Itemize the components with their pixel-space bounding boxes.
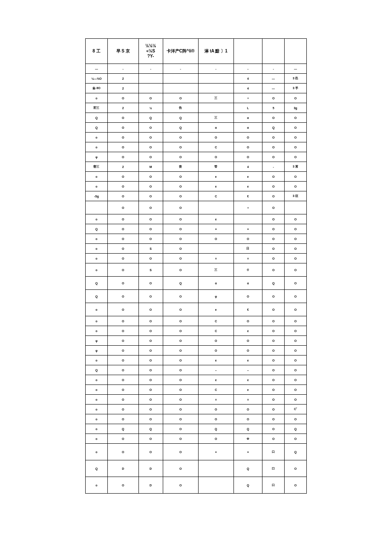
cell: Q bbox=[86, 224, 108, 234]
cell: o bbox=[86, 356, 108, 365]
table-row: oODOQ口O bbox=[86, 477, 307, 494]
cell: 告 bbox=[163, 103, 198, 113]
cell: O bbox=[262, 434, 285, 444]
cell: O bbox=[285, 142, 307, 152]
cell: O bbox=[163, 316, 198, 326]
cell: O bbox=[107, 277, 138, 290]
cell: 口 bbox=[262, 444, 285, 460]
cell bbox=[198, 74, 233, 84]
cell: = bbox=[198, 224, 233, 234]
cell bbox=[138, 74, 163, 84]
cell: e bbox=[198, 172, 233, 182]
cell: O bbox=[138, 214, 163, 224]
cell: O bbox=[285, 172, 307, 182]
cell: Q bbox=[86, 123, 108, 133]
cell: O bbox=[163, 460, 198, 477]
cell: α bbox=[233, 277, 262, 290]
cell: O bbox=[107, 346, 138, 356]
cell: O bbox=[285, 385, 307, 395]
cell: O bbox=[163, 303, 198, 316]
cell: O bbox=[163, 346, 198, 356]
cell: O bbox=[138, 142, 163, 152]
table-row: oQQOQQOQ bbox=[86, 424, 307, 434]
cell: o bbox=[86, 254, 108, 263]
cell: O bbox=[107, 113, 138, 123]
table-row: oOOO==OO bbox=[86, 254, 307, 263]
table-row: oOOOCOOO bbox=[86, 316, 307, 326]
cell: e bbox=[233, 326, 262, 336]
cell: 密三 bbox=[86, 162, 108, 172]
cell: O bbox=[138, 414, 163, 424]
cell: α bbox=[233, 113, 262, 123]
cell: 2 bbox=[107, 103, 138, 113]
cell: 4 bbox=[233, 84, 262, 93]
cell: O bbox=[262, 214, 285, 224]
cell: φ bbox=[86, 152, 108, 162]
cell: O bbox=[107, 290, 138, 303]
cell: D bbox=[138, 460, 163, 477]
cell: Q bbox=[86, 290, 108, 303]
cell: O bbox=[163, 142, 198, 152]
cell: O bbox=[285, 414, 307, 424]
cell: o bbox=[86, 326, 108, 336]
cell: Q bbox=[233, 424, 262, 434]
cell: O bbox=[285, 434, 307, 444]
cell: o bbox=[86, 133, 108, 142]
cell: -Sg bbox=[86, 191, 108, 201]
cell bbox=[198, 103, 233, 113]
cell: O bbox=[285, 93, 307, 103]
cell: o bbox=[86, 303, 108, 316]
cell: 三 bbox=[198, 113, 233, 123]
cell: O bbox=[262, 316, 285, 326]
table-row: oOSO三®OO bbox=[86, 263, 307, 277]
table-row: oOOO==口Q bbox=[86, 444, 307, 460]
table-row: oOOOeeOO bbox=[86, 375, 307, 385]
cell: O bbox=[107, 152, 138, 162]
cell: O bbox=[163, 477, 198, 494]
cell: ≡ bbox=[233, 201, 262, 214]
cell: O bbox=[107, 263, 138, 277]
cell: O bbox=[233, 336, 262, 346]
cell: Q bbox=[198, 424, 233, 434]
cell: O bbox=[233, 133, 262, 142]
cell: 4 bbox=[233, 162, 262, 172]
cell: O bbox=[107, 316, 138, 326]
cell: = bbox=[198, 254, 233, 263]
table-row: oOOOeeOO bbox=[86, 182, 307, 191]
table-row: oOOOOOOO bbox=[86, 133, 307, 142]
cell bbox=[285, 201, 307, 214]
cell: o bbox=[86, 182, 108, 191]
cell: O bbox=[233, 346, 262, 356]
cell: O bbox=[138, 133, 163, 142]
table-row: QOOO==OO bbox=[86, 224, 307, 234]
cell: O bbox=[138, 303, 163, 316]
table-row: oOOOeeOO bbox=[86, 172, 307, 182]
cell: O bbox=[233, 414, 262, 424]
cell: e bbox=[233, 375, 262, 385]
table-row: oOOOe€OO bbox=[86, 303, 307, 316]
cell: O bbox=[163, 326, 198, 336]
cell: O bbox=[262, 234, 285, 244]
table-row: 宏三2¼告L53g bbox=[86, 103, 307, 113]
cell: Q bbox=[138, 113, 163, 123]
cell bbox=[86, 201, 108, 214]
cell: O bbox=[262, 356, 285, 365]
cell: O bbox=[107, 172, 138, 182]
table-row: QOOO––OO bbox=[86, 365, 307, 375]
cell: O bbox=[262, 182, 285, 191]
cell: e bbox=[198, 214, 233, 224]
cell: O bbox=[107, 356, 138, 365]
cell: O bbox=[163, 336, 198, 346]
cell: Q bbox=[163, 123, 198, 133]
cell: O bbox=[285, 244, 307, 254]
cell: O bbox=[107, 214, 138, 224]
cell: L bbox=[233, 103, 262, 113]
cell: O bbox=[107, 182, 138, 191]
cell: C bbox=[198, 142, 233, 152]
cell: O bbox=[285, 303, 307, 316]
cell: - bbox=[107, 64, 138, 74]
cell: O bbox=[262, 113, 285, 123]
cell: o bbox=[86, 477, 108, 494]
cell: 三 bbox=[198, 93, 233, 103]
cell: O bbox=[262, 303, 285, 316]
